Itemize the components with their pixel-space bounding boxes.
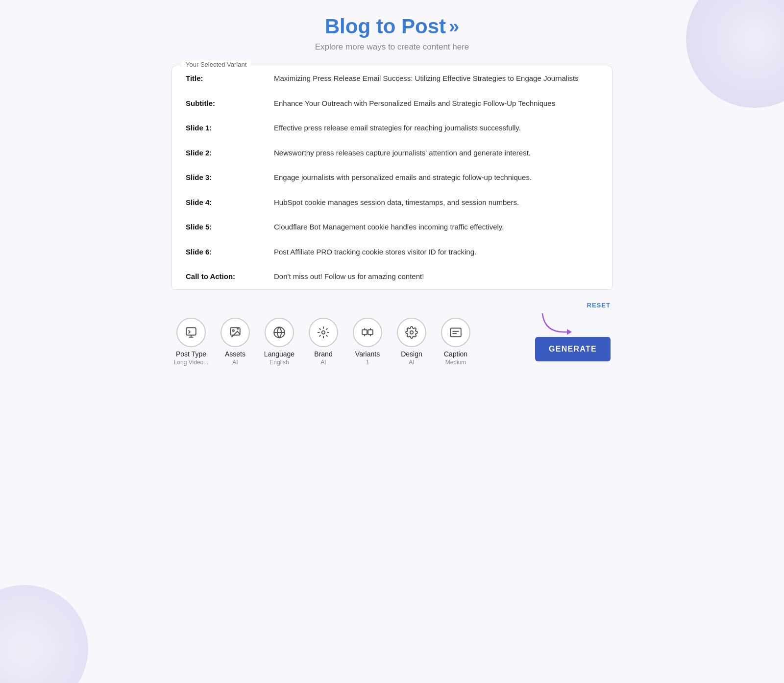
table-row: Title:Maximizing Press Release Email Suc… xyxy=(172,66,612,91)
svg-point-16 xyxy=(410,330,414,334)
row-value: Post Affiliate PRO tracking cookie store… xyxy=(260,240,612,265)
row-value: Maximizing Press Release Email Success: … xyxy=(260,66,612,91)
variants-icon xyxy=(353,318,382,347)
row-key: Call to Action: xyxy=(172,264,260,289)
variant-card: Your Selected Variant Title:Maximizing P… xyxy=(172,66,612,290)
row-key: Title: xyxy=(172,66,260,91)
table-row: Slide 3:Engage journalists with personal… xyxy=(172,165,612,190)
row-key: Slide 4: xyxy=(172,190,260,215)
toolbar-items: Post TypeLong Video...AssetsAILanguageEn… xyxy=(172,318,535,366)
row-value: Engage journalists with personalized ema… xyxy=(260,165,612,190)
tool-item-post-type[interactable]: Post TypeLong Video... xyxy=(172,318,211,366)
tool-label-language: Language xyxy=(264,350,294,358)
bg-circle-bottom-left xyxy=(0,585,88,683)
row-value: Don't miss out! Follow us for amazing co… xyxy=(260,264,612,289)
title-text: Blog to Post xyxy=(325,15,446,38)
row-key: Slide 1: xyxy=(172,116,260,141)
brand-icon xyxy=(309,318,338,347)
generate-area: GENERATE xyxy=(535,322,612,361)
row-value: Cloudflare Bot Management cookie handles… xyxy=(260,215,612,240)
svg-marker-20 xyxy=(567,329,572,335)
tool-item-caption[interactable]: CaptionMedium xyxy=(436,318,475,366)
row-key: Slide 3: xyxy=(172,165,260,190)
svg-rect-17 xyxy=(450,328,461,336)
caption-icon xyxy=(441,318,470,347)
row-key: Subtitle: xyxy=(172,91,260,116)
row-value: Enhance Your Outreach with Personalized … xyxy=(260,91,612,116)
tool-label-variants: Variants xyxy=(355,350,380,358)
row-value: HubSpot cookie manages session data, tim… xyxy=(260,190,612,215)
language-icon xyxy=(265,318,294,347)
table-row: Slide 5:Cloudflare Bot Management cookie… xyxy=(172,215,612,240)
tool-item-assets[interactable]: AssetsAI xyxy=(216,318,255,366)
page-title: Blog to Post » xyxy=(325,15,459,38)
table-row: Slide 2:Newsworthy press releases captur… xyxy=(172,141,612,166)
post-type-icon xyxy=(176,318,206,347)
page-subtitle: Explore more ways to create content here xyxy=(172,42,612,52)
reset-button[interactable]: RESET xyxy=(587,302,611,309)
row-key: Slide 6: xyxy=(172,240,260,265)
tool-label-design: Design xyxy=(401,350,422,358)
tool-item-variants[interactable]: Variants1 xyxy=(348,318,387,366)
row-key: Slide 2: xyxy=(172,141,260,166)
page-header: Blog to Post » Explore more ways to crea… xyxy=(172,15,612,52)
tool-label-caption: Caption xyxy=(444,350,467,358)
svg-rect-0 xyxy=(186,328,196,335)
tool-item-language[interactable]: LanguageEnglish xyxy=(260,318,299,366)
tool-label-assets: Assets xyxy=(225,350,245,358)
tool-item-brand[interactable]: BrandAI xyxy=(304,318,343,366)
table-row: Slide 6:Post Affiliate PRO tracking cook… xyxy=(172,240,612,265)
tool-label-brand: Brand xyxy=(314,350,332,358)
row-value: Effective press release email strategies… xyxy=(260,116,612,141)
table-row: Subtitle:Enhance Your Outreach with Pers… xyxy=(172,91,612,116)
generate-button[interactable]: GENERATE xyxy=(535,337,611,361)
variant-card-label: Your Selected Variant xyxy=(182,61,250,68)
page-container: Blog to Post » Explore more ways to crea… xyxy=(172,15,612,376)
row-value: Newsworthy press releases capture journa… xyxy=(260,141,612,166)
tool-sublabel-design: AI xyxy=(409,359,414,366)
bg-circle-top-right xyxy=(686,0,784,108)
tool-sublabel-caption: Medium xyxy=(445,359,466,366)
tool-item-design[interactable]: DesignAI xyxy=(392,318,431,366)
reset-row: RESET xyxy=(172,302,612,309)
design-icon xyxy=(397,318,426,347)
svg-rect-11 xyxy=(368,329,373,334)
row-key: Slide 5: xyxy=(172,215,260,240)
arrow-curve-icon xyxy=(540,311,574,336)
toolbar: Post TypeLong Video...AssetsAILanguageEn… xyxy=(172,318,612,376)
title-chevrons: » xyxy=(449,16,459,37)
assets-icon xyxy=(220,318,250,347)
svg-point-9 xyxy=(322,330,325,334)
svg-rect-10 xyxy=(362,329,367,334)
tool-label-post-type: Post Type xyxy=(176,350,206,358)
tool-sublabel-post-type: Long Video... xyxy=(174,359,209,366)
tool-sublabel-variants: 1 xyxy=(366,359,369,366)
tool-sublabel-brand: AI xyxy=(320,359,326,366)
tool-sublabel-language: English xyxy=(270,359,289,366)
tool-sublabel-assets: AI xyxy=(232,359,238,366)
variant-table: Title:Maximizing Press Release Email Suc… xyxy=(172,66,612,289)
table-row: Slide 1:Effective press release email st… xyxy=(172,116,612,141)
table-row: Call to Action:Don't miss out! Follow us… xyxy=(172,264,612,289)
svg-point-4 xyxy=(233,329,234,331)
table-row: Slide 4:HubSpot cookie manages session d… xyxy=(172,190,612,215)
